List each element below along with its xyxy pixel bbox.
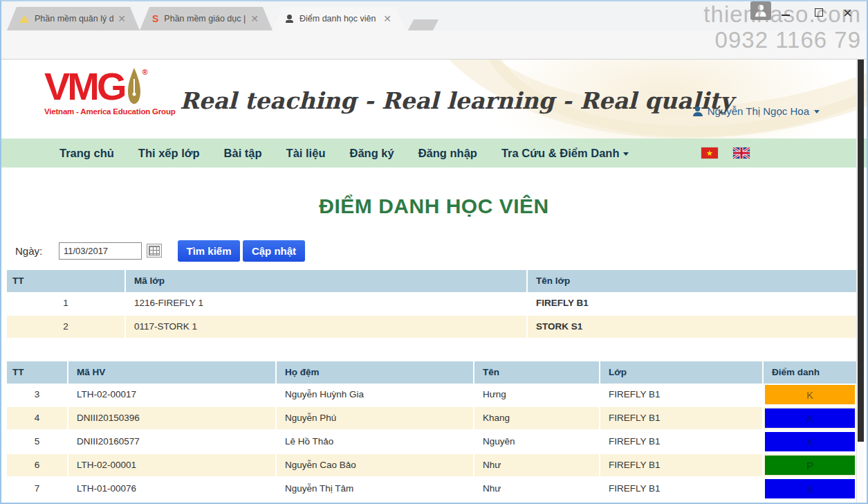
attendance-button[interactable]: X: [765, 432, 855, 451]
student-lastname: Nguyễn Cao Bảo: [277, 454, 474, 478]
tab-close-icon[interactable]: ✕: [383, 14, 391, 24]
table-row: 7 LTH-01-00076 Nguyễn Thị Tâm Như FIREFL…: [7, 478, 856, 501]
tab-quan-ly-doanh[interactable]: Phần mềm quản lý doan ✕: [7, 7, 140, 30]
date-label: Ngày:: [15, 245, 42, 257]
student-id: DNIII20150396: [68, 407, 277, 431]
attendance-cell: X: [764, 407, 856, 431]
student-lastname: Nguyễn Phú: [277, 407, 474, 431]
class-table: TT Mã lớp Tên lớp 1 1216-FIREFLY 1 FIREF…: [7, 270, 856, 339]
logo-subtext: Vietnam - America Education Group: [44, 107, 176, 116]
nav-item-bai-tap[interactable]: Bài tập: [224, 147, 262, 160]
attendance-cell: X: [764, 478, 856, 501]
column-header-lop: Lớp: [600, 361, 764, 384]
student-table-header: TT Mã HV Họ đệm Tên Lớp Điểm danh: [7, 361, 856, 384]
tab-title: Phần mềm giáo dục | Tiế: [164, 14, 246, 24]
table-row: 5 DNIII20160577 Lê Hồ Thảo Nguyên FIREFL…: [7, 431, 856, 454]
page-title: ĐIỂM DANH HỌC VIÊN: [0, 195, 868, 218]
maximize-button[interactable]: [815, 8, 823, 17]
student-class: FIREFLY B1: [600, 407, 764, 431]
scrollbar[interactable]: [856, 60, 864, 503]
column-header-ma-hv: Mã HV: [68, 361, 277, 384]
warning-triangle-icon: [19, 15, 29, 23]
user-menu[interactable]: Nguyễn Thị Ngọc Hoa: [693, 105, 820, 117]
tab-diem-danh-active[interactable]: Điểm danh học viên ✕: [273, 7, 405, 30]
student-firstname: Như: [474, 454, 600, 478]
new-tab-button[interactable]: [408, 19, 439, 30]
uk-flag-icon[interactable]: [733, 147, 750, 159]
person-icon: [285, 15, 294, 24]
column-header-diem-danh: Điểm danh: [764, 361, 856, 384]
attendance-button[interactable]: X: [765, 408, 855, 428]
student-id: LTH-01-00076: [68, 478, 277, 501]
class-name[interactable]: FIREFLY B1: [528, 292, 856, 316]
student-firstname: Nguyên: [474, 431, 600, 454]
logo-text: VMG: [44, 68, 124, 105]
student-lastname: Lê Hồ Thảo: [277, 431, 474, 454]
student-firstname: Hưng: [474, 384, 600, 407]
class-code: 1216-FIREFLY 1: [126, 292, 528, 316]
class-code: 0117-STORK 1: [126, 316, 528, 339]
row-index: 1: [7, 292, 126, 316]
minimize-button[interactable]: [782, 15, 790, 16]
row-index: 2: [7, 316, 126, 339]
nav-item-tai-lieu[interactable]: Tài liệu: [286, 147, 326, 160]
table-row: 4 DNIII20150396 Nguyễn Phú Khang FIREFLY…: [7, 407, 856, 431]
table-row[interactable]: 1 1216-FIREFLY 1 FIREFLY B1: [7, 292, 856, 316]
table-row: 6 LTH-02-00001 Nguyễn Cao Bảo Như FIREFL…: [7, 454, 856, 478]
user-icon: [693, 107, 703, 116]
attendance-cell: P: [764, 454, 856, 478]
attendance-button[interactable]: P: [765, 456, 855, 475]
calendar-icon[interactable]: [147, 244, 162, 258]
attendance-button[interactable]: K: [765, 385, 855, 404]
tagline: Real teaching - Real learning - Real qua…: [180, 87, 733, 114]
row-index: 3: [7, 384, 68, 407]
table-row: 3 LTH-02-00017 Nguyễn Huỳnh Gia Hưng FIR…: [7, 384, 856, 407]
browser-toolbar: ← → i vmg.phanmemdaotao.com /diem-danh-h…: [0, 30, 868, 60]
column-header-ma-lop: Mã lớp: [126, 270, 528, 292]
nav-item-trang-chu[interactable]: Trang chủ: [59, 147, 114, 160]
nav-item-dang-nhap[interactable]: Đăng nhập: [418, 147, 477, 160]
student-table: TT Mã HV Họ đệm Tên Lớp Điểm danh 3 LTH-…: [7, 361, 856, 501]
search-button[interactable]: Tìm kiếm: [178, 240, 240, 262]
update-button[interactable]: Cập nhật: [243, 240, 305, 262]
attendance-button[interactable]: X: [765, 479, 855, 498]
vmg-logo[interactable]: VMG ® Vietnam - America Education Group: [44, 68, 176, 116]
site-header: VMG ® Vietnam - America Education Group …: [1, 60, 867, 138]
tab-close-icon[interactable]: ✕: [118, 14, 126, 24]
row-index: 4: [7, 407, 68, 431]
nav-item-dang-ky[interactable]: Đăng ký: [349, 147, 394, 160]
pen-nib-icon: [127, 68, 141, 104]
chevron-down-icon: [623, 152, 629, 156]
student-id: DNIII20160577: [68, 431, 277, 454]
tab-title: Điểm danh học viên: [299, 14, 379, 24]
profile-avatar[interactable]: [750, 1, 771, 20]
student-id: LTH-02-00001: [68, 454, 277, 478]
vietnam-flag-icon[interactable]: ★: [701, 147, 718, 159]
s-logo-icon: S: [152, 13, 158, 24]
tab-title: Phần mềm quản lý doan: [35, 14, 113, 24]
class-name[interactable]: STORK S1: [528, 316, 856, 339]
tab-close-icon[interactable]: ✕: [250, 14, 259, 24]
row-index: 7: [7, 478, 68, 501]
table-row[interactable]: 2 0117-STORK 1 STORK S1: [7, 316, 856, 339]
tab-strip: Phần mềm quản lý doan ✕ S Phần mềm giáo …: [0, 0, 868, 30]
registered-mark: ®: [142, 68, 148, 76]
chevron-down-icon: [814, 110, 820, 114]
main-nav: Trang chủ Thi xếp lớp Bài tập Tài liệu Đ…: [1, 138, 867, 168]
class-table-header: TT Mã lớp Tên lớp: [7, 270, 856, 292]
student-class: FIREFLY B1: [600, 478, 764, 501]
close-button[interactable]: ×: [843, 4, 852, 22]
nav-dropdown-tra-cuu[interactable]: Tra Cứu & Điểm Danh: [501, 147, 629, 160]
student-firstname: Khang: [474, 407, 600, 431]
student-firstname: Như: [474, 478, 600, 501]
column-header-ho-dem: Họ đệm: [277, 361, 474, 384]
student-class: FIREFLY B1: [600, 454, 764, 478]
tab-giao-duc[interactable]: S Phần mềm giáo dục | Tiế ✕: [140, 7, 273, 30]
student-class: FIREFLY B1: [600, 384, 764, 407]
date-input[interactable]: [59, 242, 142, 260]
column-header-ten: Tên: [474, 361, 600, 384]
nav-item-thi-xep-lop[interactable]: Thi xếp lớp: [138, 147, 200, 160]
student-lastname: Nguyễn Huỳnh Gia: [277, 384, 474, 407]
column-header-tt: TT: [7, 361, 68, 384]
scrollbar-thumb[interactable]: [858, 60, 864, 442]
